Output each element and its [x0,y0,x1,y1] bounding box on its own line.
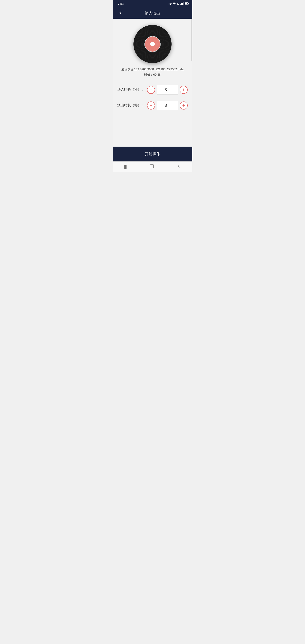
fade-in-input[interactable] [157,85,178,94]
file-name: 通话录音 139 8200 9608_221106_222552.m4a [121,67,184,72]
scrollbar[interactable] [192,19,192,61]
wifi-icon [172,2,176,5]
page-title: 淡入淡出 [145,10,160,16]
svg-rect-6 [188,3,189,4]
svg-rect-2 [181,4,182,5]
fade-out-label: 淡出时长（秒）： [117,103,144,108]
fade-in-control: 淡入时长（秒）： − + [117,85,188,94]
status-bar: 17:53 HD 4G [113,0,192,8]
battery-icon [185,2,189,5]
back-button[interactable] [116,8,125,18]
home-button[interactable] [145,162,158,172]
minus-icon: − [150,88,152,92]
bottom-bar: 开始操作 [113,146,192,162]
signal-icon [180,2,184,5]
status-time: 17:53 [116,2,124,6]
fade-in-label: 淡入时长（秒）： [117,88,144,92]
status-icons: HD 4G [168,2,189,5]
fade-out-decrement-button[interactable]: − [147,102,155,110]
start-button[interactable]: 开始操作 [145,152,160,156]
svg-rect-8 [150,164,154,168]
svg-point-0 [174,4,174,5]
vinyl-disc [134,25,172,63]
main-content: 通话录音 139 8200 9608_221106_222552.m4a 时长：… [113,19,192,146]
hd-indicator: HD [168,3,172,5]
fade-in-decrement-button[interactable]: − [147,86,155,94]
recent-apps-button[interactable]: ||| [120,163,132,171]
fade-out-input[interactable] [157,101,178,110]
network-indicator: 4G [177,3,180,5]
svg-rect-1 [180,4,181,5]
svg-rect-3 [182,3,183,5]
svg-rect-7 [185,3,186,4]
fade-in-increment-button[interactable]: + [180,86,188,94]
file-duration: 时长：00:38 [144,73,160,77]
plus-icon: + [182,88,185,92]
header: 淡入淡出 [113,8,192,19]
minus-icon-2: − [150,103,152,108]
fade-out-control: 淡出时长（秒）： − + [117,101,188,110]
svg-rect-4 [183,2,184,5]
fade-out-increment-button[interactable]: + [180,102,188,110]
vinyl-record [134,25,172,63]
plus-icon-2: + [182,103,185,108]
nav-bar: ||| [113,162,192,172]
back-nav-button[interactable] [172,162,185,172]
